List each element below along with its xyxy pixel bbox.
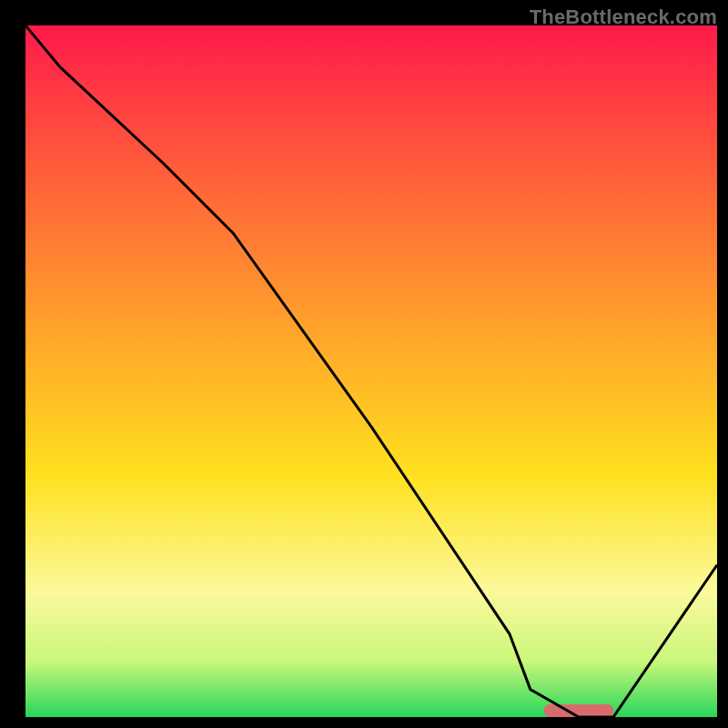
gradient-background	[25, 25, 717, 717]
plot-area	[25, 25, 717, 717]
watermark-text: TheBottleneck.com	[530, 5, 717, 29]
optimum-marker	[544, 704, 613, 717]
bottleneck-chart	[25, 25, 717, 717]
chart-frame: TheBottleneck.com	[0, 0, 728, 728]
